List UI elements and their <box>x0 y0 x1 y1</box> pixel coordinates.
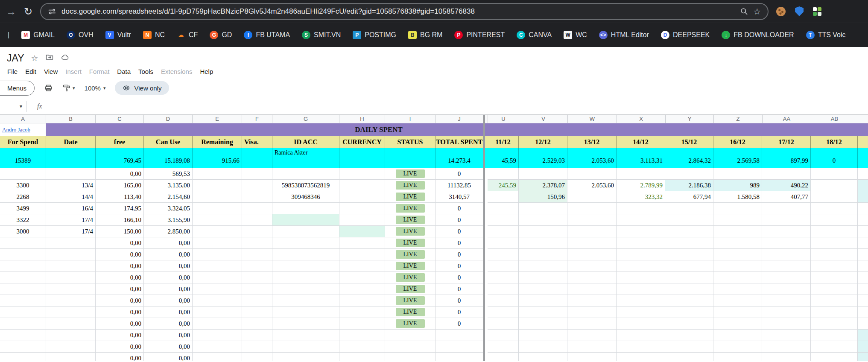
grid-cell-J[interactable]: 0 <box>435 168 483 180</box>
grid-cell-G[interactable] <box>272 260 339 272</box>
grid-cell-U[interactable] <box>488 226 519 237</box>
grid-cell-C[interactable]: 0,00 <box>96 249 144 260</box>
grid-cell-I[interactable] <box>385 353 435 361</box>
grid-cell-Y[interactable] <box>665 249 713 260</box>
grid-cell-AA[interactable]: 897,99 <box>762 148 811 168</box>
grid-cell-AC[interactable] <box>858 341 868 353</box>
grid-cell-AB[interactable] <box>811 260 858 272</box>
grid-cell-AC[interactable] <box>858 307 868 318</box>
grid-cell-G[interactable] <box>272 341 339 353</box>
grid-cell-C[interactable]: 0,00 <box>96 272 144 283</box>
grid-cell-AC[interactable] <box>858 214 868 226</box>
grid-cell-A[interactable]: 3499 <box>0 203 46 214</box>
grid-cell-J[interactable]: 0 <box>435 307 483 318</box>
sheet-link-andro-jacob[interactable]: Andro Jacob <box>2 126 30 133</box>
grid-cell-AC[interactable] <box>858 283 868 295</box>
grid-cell-H[interactable] <box>339 168 385 180</box>
grid-cell-I[interactable]: STATUS <box>385 136 435 148</box>
grid-cell-G[interactable]: Ramica Akter <box>272 148 339 168</box>
grid-cell-V[interactable] <box>519 318 567 330</box>
grid-cell-F[interactable] <box>242 203 272 214</box>
grid-cell-V[interactable] <box>519 260 567 272</box>
grid-cell-W[interactable]: 13/12 <box>567 136 617 148</box>
grid-cell-U[interactable] <box>488 318 519 330</box>
grid-cell-H[interactable] <box>339 295 385 307</box>
bookmark-gmail[interactable]: MGMAIL <box>21 31 55 39</box>
grid-cell-Z[interactable]: 16/12 <box>713 136 762 148</box>
grid-cell-Y[interactable]: 15/12 <box>665 136 713 148</box>
grid-cell-F[interactable]: Visa. <box>242 136 272 148</box>
grid-cell-U[interactable] <box>488 295 519 307</box>
grid-cell-I[interactable] <box>385 148 435 168</box>
grid-cell-AA[interactable] <box>762 318 811 330</box>
grid-cell-Y[interactable] <box>665 237 713 249</box>
grid-cell-W[interactable] <box>567 307 617 318</box>
grid-cell-AB[interactable] <box>811 341 858 353</box>
grid-cell-AA[interactable] <box>762 295 811 307</box>
grid-cell-AB[interactable] <box>811 307 858 318</box>
grid-cell-X[interactable] <box>617 249 665 260</box>
grid-cell-Z[interactable]: 989 <box>713 180 762 191</box>
grid-cell-AB[interactable] <box>811 318 858 330</box>
grid-cell-U[interactable] <box>488 191 519 203</box>
grid-cell-Y[interactable] <box>665 330 713 341</box>
grid-cell-Z[interactable] <box>713 307 762 318</box>
grid-cell-X[interactable] <box>617 353 665 361</box>
grid-cell-A[interactable]: For Spend <box>0 136 46 148</box>
daily-spent-banner[interactable]: DAILY SPENT <box>46 123 868 136</box>
grid-cell-C[interactable]: 0,00 <box>96 168 144 180</box>
grid-cell-J[interactable]: 14.273,4 <box>435 148 483 168</box>
grid-cell-AA[interactable]: 17/12 <box>762 136 811 148</box>
grid-cell-I[interactable]: LIVE <box>385 180 435 191</box>
grid-cell-Z[interactable] <box>713 353 762 361</box>
grid-cell-A[interactable] <box>0 330 46 341</box>
grid-cell-F[interactable] <box>242 226 272 237</box>
grid-cell-AC[interactable] <box>858 226 868 237</box>
grid-cell-B[interactable] <box>46 249 96 260</box>
grid-cell-E[interactable] <box>193 353 242 361</box>
grid-cell-Y[interactable]: 677,94 <box>665 191 713 203</box>
column-header-A[interactable]: A <box>0 115 46 123</box>
grid-cell-B[interactable] <box>46 283 96 295</box>
bookmark-fb-utama[interactable]: fFB UTAMA <box>244 31 290 39</box>
grid-cell-B[interactable]: 17/4 <box>46 226 96 237</box>
grid-cell-AA[interactable] <box>762 237 811 249</box>
grid-cell-E[interactable] <box>193 191 242 203</box>
grid-cell-H[interactable] <box>339 272 385 283</box>
grid-cell-W[interactable] <box>567 214 617 226</box>
column-header-AB[interactable]: AB <box>811 115 858 123</box>
grid-cell-E[interactable] <box>193 307 242 318</box>
grid-cell-D[interactable]: 0,00 <box>144 237 193 249</box>
grid-cell-AA[interactable]: 490,22 <box>762 180 811 191</box>
grid-cell-B[interactable] <box>46 148 96 168</box>
grid-cell-AA[interactable] <box>762 260 811 272</box>
star-document-icon[interactable]: ☆ <box>31 53 38 63</box>
grid-cell-G[interactable] <box>272 283 339 295</box>
grid-cell-H[interactable] <box>339 260 385 272</box>
grid-cell-Z[interactable] <box>713 272 762 283</box>
grid-cell-Y[interactable] <box>665 341 713 353</box>
grid-cell-J[interactable] <box>435 330 483 341</box>
grid-cell-A[interactable]: Andro Jacob <box>0 123 46 136</box>
menu-data[interactable]: Data <box>113 67 134 76</box>
grid-cell-U[interactable] <box>488 249 519 260</box>
grid-cell-AB[interactable] <box>811 180 858 191</box>
grid-cell-I[interactable]: LIVE <box>385 260 435 272</box>
zoom-control[interactable]: 100% ▾ <box>85 85 106 92</box>
grid-cell-W[interactable] <box>567 237 617 249</box>
grid-cell-C[interactable]: 0,00 <box>96 260 144 272</box>
grid-cell-F[interactable] <box>242 191 272 203</box>
grid-cell-J[interactable]: 0 <box>435 226 483 237</box>
grid-cell-G[interactable] <box>272 203 339 214</box>
grid-cell-J[interactable]: 0 <box>435 214 483 226</box>
grid-cell-F[interactable] <box>242 330 272 341</box>
grid-cell-AA[interactable] <box>762 283 811 295</box>
column-header-Y[interactable]: Y <box>666 115 714 123</box>
frozen-pane-divider[interactable] <box>483 115 485 361</box>
grid-cell-AA[interactable] <box>762 249 811 260</box>
menu-help[interactable]: Help <box>196 67 217 76</box>
grid-cell-AC[interactable] <box>858 191 868 203</box>
bookmark-fb-downloader[interactable]: ↓FB DOWNLOADER <box>722 31 794 39</box>
bookmark-smit-vn[interactable]: SSMIT.VN <box>302 31 341 39</box>
cookie-extension-icon[interactable] <box>776 7 786 16</box>
